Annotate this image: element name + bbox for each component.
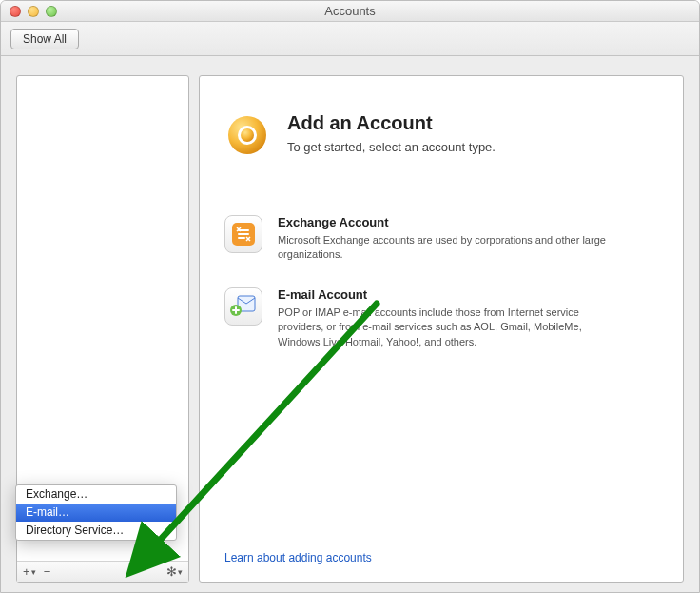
account-list[interactable]: Exchange… E-mail… Directory Service…: [17, 76, 188, 561]
svg-point-2: [241, 128, 254, 142]
content: Exchange… E-mail… Directory Service… +▾ …: [16, 75, 684, 583]
sidebar-footer: +▾ − ✻▾: [17, 561, 188, 582]
chevron-down-icon: ▾: [178, 567, 183, 577]
account-type-list: Exchange Account Microsoft Exchange acco…: [224, 215, 658, 349]
option-exchange-title: Exchange Account: [278, 215, 620, 229]
minimize-button[interactable]: [28, 6, 39, 17]
option-exchange[interactable]: Exchange Account Microsoft Exchange acco…: [224, 215, 658, 263]
add-account-button[interactable]: +▾: [21, 564, 38, 580]
chevron-down-icon: ▾: [31, 567, 36, 577]
close-button[interactable]: [10, 6, 21, 17]
popup-item-directory[interactable]: Directory Service…: [16, 522, 176, 540]
popup-item-email[interactable]: E-mail…: [16, 504, 176, 522]
account-sidebar: Exchange… E-mail… Directory Service… +▾ …: [16, 75, 189, 583]
hero: Add an Account To get started, select an…: [224, 112, 658, 158]
option-email-desc: POP or IMAP e-mail accounts include thos…: [278, 306, 620, 349]
option-email[interactable]: E-mail Account POP or IMAP e-mail accoun…: [224, 287, 658, 349]
window-controls: [10, 6, 57, 17]
accounts-window: Accounts Show All Exchange… E-mail… Dire…: [0, 0, 700, 593]
show-all-button[interactable]: Show All: [10, 29, 79, 49]
outlook-icon: [224, 112, 270, 158]
window-title: Accounts: [1, 4, 699, 18]
add-account-popup: Exchange… E-mail… Directory Service…: [15, 484, 177, 541]
popup-item-exchange[interactable]: Exchange…: [16, 485, 176, 504]
exchange-icon: [224, 215, 262, 253]
remove-account-button[interactable]: −: [40, 564, 55, 580]
titlebar: Accounts: [1, 1, 699, 22]
toolbar: Show All: [1, 22, 699, 56]
option-email-title: E-mail Account: [278, 287, 620, 302]
zoom-button[interactable]: [46, 6, 57, 17]
gear-icon: ✻: [166, 564, 177, 579]
hero-title: Add an Account: [287, 112, 496, 134]
settings-menu-button[interactable]: ✻▾: [165, 564, 185, 580]
plus-icon: +: [23, 564, 30, 579]
option-exchange-desc: Microsoft Exchange accounts are used by …: [278, 233, 620, 263]
hero-subtitle: To get started, select an account type.: [287, 140, 496, 154]
minus-icon: −: [44, 564, 51, 579]
learn-link[interactable]: Learn about adding accounts: [224, 551, 372, 564]
main-panel: Add an Account To get started, select an…: [199, 75, 684, 583]
email-icon: [224, 287, 262, 326]
